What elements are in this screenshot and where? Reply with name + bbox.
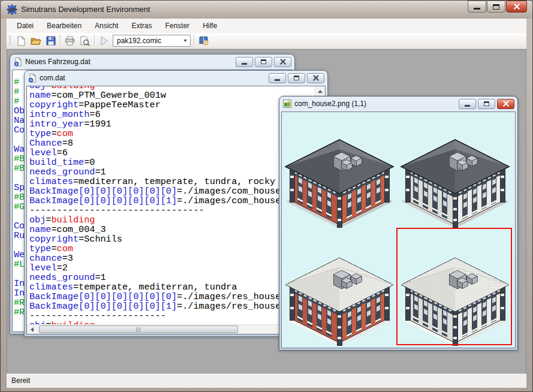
status-text: Bereit: [11, 376, 30, 385]
dat-window-titlebar[interactable]: com.dat: [25, 71, 327, 84]
help-button[interactable]: ?: [196, 34, 211, 48]
vehicle-close-button[interactable]: [274, 57, 291, 67]
code-line: BackImage[0][0][0][0][0][0]=./images/res…: [29, 292, 315, 301]
image-restore-button[interactable]: [478, 99, 495, 109]
open-file-icon: [31, 36, 41, 46]
code-line: needs_ground=1: [29, 167, 315, 177]
minimize-icon: [465, 105, 470, 107]
restore-icon: [261, 59, 266, 64]
vehicle-window-titlebar[interactable]: Neues Fahrzeug.dat: [10, 55, 294, 68]
toolbar: pak192.comic ?: [7, 33, 526, 49]
toolbar-separator: [60, 35, 61, 47]
vehicle-restore-button[interactable]: [255, 57, 272, 67]
code-line: level=2: [29, 263, 315, 273]
code-line: type=com: [29, 244, 315, 254]
code-line: obj=building: [29, 215, 315, 225]
code-line: -------------------------: [29, 311, 315, 321]
print-button[interactable]: [62, 34, 77, 48]
image-window-titlebar[interactable]: com_house2.png (1,1): [279, 97, 517, 110]
code-line: copyright=PappeTeeMaster: [29, 100, 315, 110]
new-file-button[interactable]: [13, 34, 28, 48]
minimize-icon: [275, 79, 280, 81]
main-window: Simutrans Development Environment DateiB…: [0, 0, 533, 392]
print-preview-icon: [80, 36, 90, 46]
scroll-grip: [136, 327, 141, 332]
image-minimize-button[interactable]: [459, 99, 476, 109]
window-title: Simutrans Development Environment: [21, 1, 150, 19]
chevron-down-icon: [183, 40, 187, 42]
minimize-icon: [474, 8, 480, 10]
code-line: Chance=8: [29, 138, 315, 148]
code-line: --------------------------------: [29, 206, 315, 215]
status-bar: Bereit: [7, 373, 526, 388]
image-viewer-window: com_house2.png (1,1): [279, 96, 518, 351]
code-line: build_time=0: [29, 158, 315, 167]
dat-restore-button[interactable]: [288, 73, 305, 83]
scroll-left-button[interactable]: [27, 325, 37, 334]
code-line: name=com_PTM_Gewerbe_001w: [29, 91, 315, 100]
menu-item-extras[interactable]: Extras: [125, 19, 158, 33]
combo-dropdown-button[interactable]: [180, 35, 190, 46]
dat-file-icon: [28, 74, 37, 83]
pak-select-combobox[interactable]: pak192.comic: [113, 35, 191, 47]
print-icon: [65, 36, 75, 46]
dat-close-button[interactable]: [307, 73, 324, 83]
vehicle-window-title: Neues Fahrzeug.dat: [25, 58, 91, 66]
app-icon: [7, 4, 17, 15]
pak-select-value: pak192.comic: [117, 37, 161, 45]
code-line: intro_year=1991: [29, 119, 315, 129]
close-icon: [514, 4, 520, 10]
image-close-button[interactable]: [497, 99, 514, 109]
new-file-icon: [16, 36, 26, 46]
dat-file-icon: [14, 58, 22, 67]
close-icon: [280, 59, 286, 65]
menu-item-bearbeiten[interactable]: Bearbeiten: [40, 19, 88, 33]
toolbar-separator: [94, 35, 95, 47]
minimize-button[interactable]: [468, 1, 486, 13]
menu-item-datei[interactable]: Datei: [10, 19, 40, 33]
toolbar-separator: [194, 35, 194, 47]
menu-bar: DateiBearbeitenAnsichtExtrasFensterHilfe: [7, 19, 526, 33]
vehicle-minimize-button[interactable]: [236, 57, 253, 67]
run-button[interactable]: [97, 34, 112, 48]
minimize-icon: [242, 63, 247, 65]
close-icon: [503, 101, 509, 107]
building-sprite: [285, 258, 393, 346]
menu-item-fenster[interactable]: Fenster: [158, 19, 196, 33]
code-line: chance=3: [29, 254, 315, 263]
horizontal-scrollbar[interactable]: [27, 324, 315, 334]
building-sprite: [285, 140, 393, 228]
svg-text:?: ?: [204, 40, 207, 46]
run-icon: [100, 36, 109, 46]
close-button[interactable]: [506, 1, 527, 13]
building-sprite: [401, 140, 509, 228]
toolbar-grip[interactable]: [9, 35, 11, 46]
image-canvas[interactable]: [281, 111, 516, 348]
tile-selection-rectangle: [396, 228, 512, 345]
mdi-client-area: Neues Fahrzeug.dat ###ObNaCo Wa#B#B Sp#B…: [7, 49, 526, 375]
code-line: name=com_004_3: [29, 225, 315, 234]
code-line: level=6: [29, 148, 315, 158]
image-window-title: com_house2.png (1,1): [294, 99, 366, 108]
open-file-button[interactable]: [28, 34, 43, 48]
maximize-button[interactable]: [487, 1, 505, 13]
menu-item-ansicht[interactable]: Ansicht: [88, 19, 125, 33]
dat-window-title: com.dat: [40, 74, 65, 82]
arrow-up-icon: [318, 90, 323, 93]
horizontal-scroll-thumb[interactable]: [39, 325, 238, 333]
close-icon: [313, 75, 319, 81]
code-line: needs_ground=1: [29, 273, 315, 282]
dat-code-text: obj=buildingname=com_PTM_Gewerbe_001wcop…: [27, 86, 315, 324]
menu-item-hilfe[interactable]: Hilfe: [196, 19, 224, 33]
save-file-button[interactable]: [43, 34, 58, 48]
code-line: copyright=Schnils: [29, 234, 315, 244]
main-titlebar[interactable]: Simutrans Development Environment: [1, 1, 532, 19]
code-line: BackImage[0][0][0][0][0][1]=./images/res…: [29, 301, 315, 311]
maximize-icon: [493, 4, 499, 10]
help-icon: ?: [198, 36, 209, 46]
code-line: intro_month=6: [29, 110, 315, 119]
scroll-up-button[interactable]: [315, 86, 325, 96]
print-preview-button[interactable]: [77, 34, 92, 48]
code-line: climates=mediterran, temperate, tundra, …: [29, 177, 315, 186]
dat-minimize-button[interactable]: [269, 73, 286, 83]
